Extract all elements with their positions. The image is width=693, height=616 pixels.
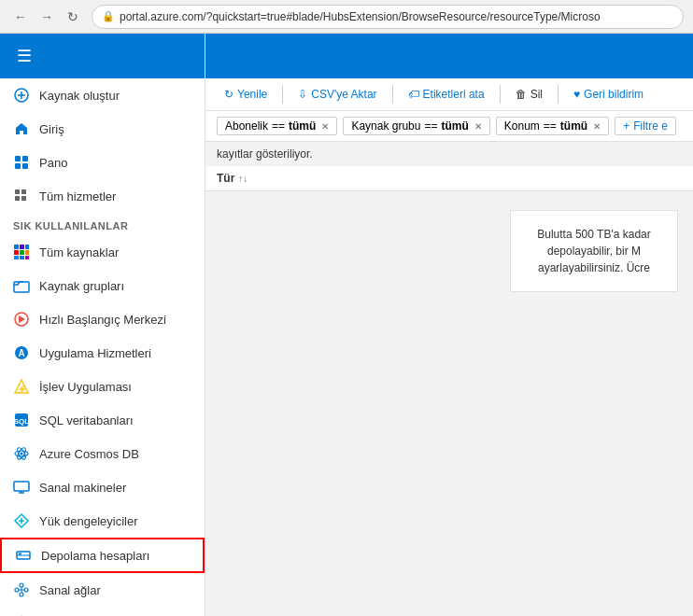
filter-kaynak-grubu[interactable]: Kaynak grubu == tümü ✕ <box>343 117 489 135</box>
filter-konum-value: tümü <box>560 119 587 133</box>
col-tur[interactable]: Tür ↑↓ <box>217 172 248 185</box>
filter-kaynak-grubu-value: tümü <box>441 119 468 133</box>
add-filter-button[interactable]: + Filtre e <box>615 117 676 135</box>
yenile-button[interactable]: ↻ Yenile <box>217 84 275 105</box>
home-icon <box>13 120 30 137</box>
toolbar-divider-2 <box>392 85 393 104</box>
refresh-icon: ↻ <box>224 88 233 101</box>
address-bar[interactable]: 🔒 portal.azure.com/?quickstart=true#blad… <box>92 5 684 29</box>
filter-bar: Abonelik == tümü ✕ Kaynak grubu == tümü … <box>205 111 693 142</box>
tag-icon: 🏷 <box>408 88 419 101</box>
sidebar-item-depolama-hesaplari[interactable]: Depolama hesapları <box>0 538 205 573</box>
app-services-icon: A <box>13 344 30 361</box>
filter-kaynak-grubu-label: Kaynak grubu <box>351 119 420 133</box>
sidebar-item-hizli-baslangic[interactable]: Hızlı Başlangıç Merkezi <box>0 302 205 336</box>
sidebar-item-islev-uygulamasi[interactable]: ⚡ İşlev Uygulaması <box>0 370 205 403</box>
svg-rect-11 <box>14 245 19 249</box>
sidebar-item-label: Hızlı Başlangıç Merkezi <box>39 313 166 327</box>
hamburger-button[interactable]: ☰ <box>13 42 35 70</box>
toolbar-divider-3 <box>500 85 501 104</box>
svg-text:⚡: ⚡ <box>17 384 28 395</box>
vnet-icon <box>13 581 30 598</box>
svg-rect-3 <box>15 156 21 161</box>
svg-rect-9 <box>15 196 20 201</box>
sidebar-item-uygulama-hizmetleri[interactable]: A Uygulama Hizmetleri <box>0 336 205 370</box>
content-header-bar <box>205 34 693 78</box>
svg-rect-5 <box>15 163 21 169</box>
info-card-text: Bulutta 500 TB'a kadar depolayabilir, bi… <box>537 228 650 274</box>
plus-icon <box>13 87 30 104</box>
filter-kaynak-grubu-close[interactable]: ✕ <box>474 121 482 132</box>
sidebar-item-label: Tüm hizmetler <box>39 189 116 203</box>
sidebar-item-label: Kaynak grupları <box>39 279 124 293</box>
svg-point-41 <box>15 588 19 592</box>
toolbar: ↻ Yenile ⇩ CSV'ye Aktar 🏷 Etiketleri ata… <box>205 78 693 111</box>
svg-rect-10 <box>21 196 26 201</box>
sidebar-item-label: Azure Cosmos DB <box>39 447 139 461</box>
browser-nav-buttons: ← → ↻ <box>9 6 84 28</box>
yenile-label: Yenile <box>237 88 267 101</box>
sidebar-item-tum-kaynaklar[interactable]: Tüm kaynaklar <box>0 235 205 269</box>
delete-icon: 🗑 <box>516 88 527 101</box>
etiketler-button[interactable]: 🏷 Etiketleri ata <box>401 84 492 105</box>
geri-bildirim-button[interactable]: ♥ Geri bildirim <box>566 84 651 105</box>
svg-rect-14 <box>14 250 19 255</box>
filter-add-label: Filtre e <box>633 119 668 133</box>
sidebar-item-giris[interactable]: Giriş <box>0 112 205 146</box>
sidebar-item-label: Kaynak oluştur <box>39 89 120 103</box>
sidebar-item-pano[interactable]: Pano <box>0 146 205 179</box>
download-icon: ⇩ <box>298 88 307 101</box>
filter-konum[interactable]: Konum == tümü ✕ <box>496 117 609 135</box>
main-layout: ☰ Kaynak oluştur Giriş <box>0 34 693 616</box>
sql-icon: SQL <box>13 412 30 428</box>
svg-rect-7 <box>15 189 20 194</box>
lb-icon <box>13 512 30 529</box>
sidebar-item-label: Depolama hesapları <box>41 549 149 563</box>
sidebar-item-sql-veritabanlari[interactable]: SQL SQL veritabanları <box>0 403 205 437</box>
csv-label: CSV'ye Aktar <box>311 88 376 101</box>
svg-rect-6 <box>22 163 28 169</box>
url-text: portal.azure.com/?quickstart=true#blade/… <box>120 10 601 23</box>
info-card: Bulutta 500 TB'a kadar depolayabilir, bi… <box>510 210 678 292</box>
sidebar-item-kaynak-gruplari[interactable]: Kaynak grupları <box>0 269 205 302</box>
sil-button[interactable]: 🗑 Sil <box>508 84 550 105</box>
toolbar-divider-1 <box>282 85 283 104</box>
sidebar-item-azure-active-directory[interactable]: Azure Active Directory <box>0 607 205 616</box>
filter-abonelik[interactable]: Abonelik == tümü ✕ <box>217 117 337 135</box>
sidebar-item-azure-cosmos[interactable]: Azure Cosmos DB <box>0 437 205 470</box>
grid-icon <box>13 188 30 204</box>
svg-point-42 <box>24 588 28 592</box>
sidebar-item-label: Giriş <box>39 122 64 136</box>
reload-button[interactable]: ↻ <box>62 6 84 28</box>
sidebar-item-sanal-makineler[interactable]: Sanal makineler <box>0 470 205 504</box>
csv-button[interactable]: ⇩ CSV'ye Aktar <box>290 84 384 105</box>
info-text: kayıtlar gösteriliyor. <box>217 147 313 161</box>
sidebar-item-yuk-dengeleyiciler[interactable]: Yük dengeleyiciler <box>0 504 205 538</box>
svg-rect-12 <box>20 245 24 249</box>
sidebar-item-tum-hizmetler[interactable]: Tüm hizmetler <box>0 179 205 213</box>
sidebar-item-sanal-aglar[interactable]: Sanal ağlar <box>0 573 205 607</box>
filter-eq-icon2: == <box>424 119 437 133</box>
svg-text:A: A <box>18 348 24 358</box>
content-area: ↻ Yenile ⇩ CSV'ye Aktar 🏷 Etiketleri ata… <box>205 34 693 616</box>
storage-icon <box>15 547 32 564</box>
sort-icon: ↑↓ <box>238 174 248 184</box>
filter-konum-close[interactable]: ✕ <box>593 121 601 132</box>
svg-point-44 <box>20 593 23 596</box>
forward-button[interactable]: → <box>35 6 58 28</box>
filter-abonelik-close[interactable]: ✕ <box>321 121 329 132</box>
all-resources-icon <box>13 244 30 260</box>
svg-rect-4 <box>22 156 28 161</box>
cosmos-icon <box>13 445 30 462</box>
sidebar-item-label: Sanal makineler <box>39 481 126 495</box>
filter-konum-label: Konum <box>504 119 540 133</box>
col-tur-label: Tür <box>217 172 234 185</box>
sidebar-item-kaynak-olustur[interactable]: Kaynak oluştur <box>0 78 205 112</box>
svg-rect-17 <box>14 256 19 259</box>
svg-rect-19 <box>25 256 29 259</box>
svg-rect-20 <box>14 282 29 292</box>
filter-abonelik-label: Abonelik <box>225 119 268 133</box>
svg-rect-13 <box>25 245 29 249</box>
back-button[interactable]: ← <box>9 6 32 28</box>
sidebar-item-label: Yük dengeleyiciler <box>39 514 138 528</box>
